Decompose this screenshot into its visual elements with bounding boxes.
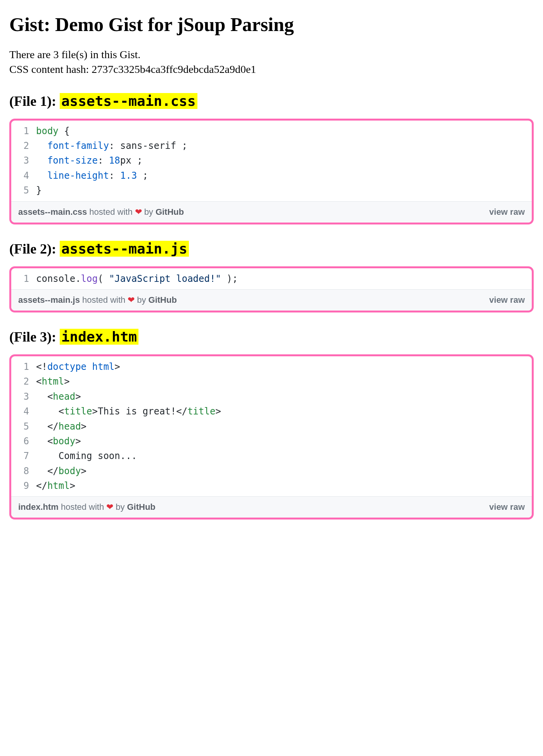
code-token: title xyxy=(187,406,215,417)
line-number: 1 xyxy=(11,124,36,138)
footer-filename[interactable]: index.htm xyxy=(18,502,59,512)
gist-footer-left: assets--main.css hosted with ❤ by GitHub xyxy=(18,207,184,217)
code-line: 9</html> xyxy=(11,478,532,493)
github-link[interactable]: GitHub xyxy=(149,295,177,305)
footer-filename[interactable]: assets--main.js xyxy=(18,295,80,305)
code-token: : xyxy=(98,155,109,166)
code-block: 1body {2 font-family: sans-serif ;3 font… xyxy=(11,121,532,201)
content-hash-line: CSS content hash: 2737c3325b4ca3ffc9debc… xyxy=(9,62,534,77)
code-line: 4 <title>This is great!</title> xyxy=(11,404,532,419)
code-line: 2<html> xyxy=(11,374,532,389)
code-line: 8 </body> xyxy=(11,464,532,478)
code-token: doctype xyxy=(47,361,92,372)
line-content: body { xyxy=(36,124,532,138)
line-content: </head> xyxy=(36,419,532,434)
file-heading-prefix: (File 1): xyxy=(9,93,60,109)
line-content: </html> xyxy=(36,478,532,493)
code-line: 7 Coming soon... xyxy=(11,449,532,463)
code-token: ); xyxy=(221,273,238,284)
code-token: </ xyxy=(36,466,59,476)
code-token: > xyxy=(92,406,98,417)
line-content: <body> xyxy=(36,434,532,449)
code-token: < xyxy=(36,376,42,387)
code-line: 3 font-size: 18px ; xyxy=(11,153,532,168)
line-content: <html> xyxy=(36,374,532,389)
code-token: body xyxy=(53,436,75,447)
code-token: ( xyxy=(98,273,109,284)
line-number: 2 xyxy=(11,138,36,153)
heart-icon: ❤ xyxy=(128,295,135,305)
view-raw-link[interactable]: view raw xyxy=(489,295,525,305)
line-content: font-size: 18px ; xyxy=(36,153,532,168)
code-token: html xyxy=(92,361,115,372)
code-token: : xyxy=(109,170,120,181)
code-token: { xyxy=(59,126,70,136)
line-content: <head> xyxy=(36,389,532,404)
code-token: head xyxy=(53,391,75,402)
line-number: 2 xyxy=(11,374,36,389)
code-token: </ xyxy=(176,406,187,417)
gist-box: 1<!doctype html>2<html>3 <head>4 <title>… xyxy=(9,354,534,520)
view-raw-link[interactable]: view raw xyxy=(489,207,525,217)
code-token: > xyxy=(81,466,86,476)
line-number: 7 xyxy=(11,449,36,463)
gist-footer: index.htm hosted with ❤ by GitHubview ra… xyxy=(11,496,532,518)
line-number: 3 xyxy=(11,153,36,168)
code-token: : sans-serif ; xyxy=(109,140,187,151)
view-raw-link[interactable]: view raw xyxy=(489,502,525,512)
code-token: body xyxy=(36,126,59,136)
code-line: 4 line-height: 1.3 ; xyxy=(11,168,532,183)
gist-box: 1body {2 font-family: sans-serif ;3 font… xyxy=(9,119,534,224)
github-link[interactable]: GitHub xyxy=(156,207,184,217)
code-token: </ xyxy=(36,421,59,432)
file-heading-filename: assets--main.js xyxy=(60,241,189,257)
file-count-line: There are 3 file(s) in this Gist. xyxy=(9,47,534,62)
line-content: font-family: sans-serif ; xyxy=(36,138,532,153)
line-number: 9 xyxy=(11,478,36,493)
code-token: > xyxy=(70,480,75,491)
code-token: font-family xyxy=(47,140,109,151)
gist-footer-left: index.htm hosted with ❤ by GitHub xyxy=(18,502,156,512)
line-number: 8 xyxy=(11,464,36,478)
gist-box: 1console.log( "JavaScript loaded!" );ass… xyxy=(9,266,534,312)
footer-filename[interactable]: assets--main.css xyxy=(18,207,87,217)
code-token: html xyxy=(42,376,64,387)
code-token: > xyxy=(75,391,81,402)
code-block: 1console.log( "JavaScript loaded!" ); xyxy=(11,268,532,289)
code-token: body xyxy=(59,466,81,476)
code-token: > xyxy=(81,421,86,432)
code-token xyxy=(36,140,47,151)
code-token: line-height xyxy=(47,170,109,181)
file-heading: (File 1): assets--main.css xyxy=(9,93,534,109)
code-token: } xyxy=(36,185,42,196)
line-content: Coming soon... xyxy=(36,449,532,463)
code-token: 1.3 xyxy=(120,170,137,181)
code-token: < xyxy=(36,436,53,447)
hosted-with-text: hosted with xyxy=(89,207,132,217)
hosted-with-text: hosted with xyxy=(61,502,104,512)
code-line: 1<!doctype html> xyxy=(11,359,532,374)
line-number: 3 xyxy=(11,389,36,404)
by-text: by xyxy=(137,295,146,305)
hosted-with-text: hosted with xyxy=(82,295,125,305)
heart-icon: ❤ xyxy=(106,502,113,512)
gist-footer: assets--main.js hosted with ❤ by GitHubv… xyxy=(11,289,532,311)
code-token: > xyxy=(75,436,81,447)
code-line: 3 <head> xyxy=(11,389,532,404)
code-block: 1<!doctype html>2<html>3 <head>4 <title>… xyxy=(11,356,532,497)
line-content: } xyxy=(36,183,532,198)
github-link[interactable]: GitHub xyxy=(127,502,155,512)
code-line: 1body { xyxy=(11,124,532,138)
file-heading-filename: assets--main.css xyxy=(60,93,197,109)
line-number: 6 xyxy=(11,434,36,449)
file-heading-filename: index.htm xyxy=(60,329,138,345)
code-token: < xyxy=(36,406,64,417)
line-content: <title>This is great!</title> xyxy=(36,404,532,419)
page-title: Gist: Demo Gist for jSoup Parsing xyxy=(9,13,534,36)
file-heading: (File 2): assets--main.js xyxy=(9,241,534,257)
line-content: </body> xyxy=(36,464,532,478)
line-number: 1 xyxy=(11,271,36,286)
code-token: . xyxy=(75,273,81,284)
code-token: "JavaScript loaded!" xyxy=(109,273,221,284)
code-token: font-size xyxy=(47,155,98,166)
